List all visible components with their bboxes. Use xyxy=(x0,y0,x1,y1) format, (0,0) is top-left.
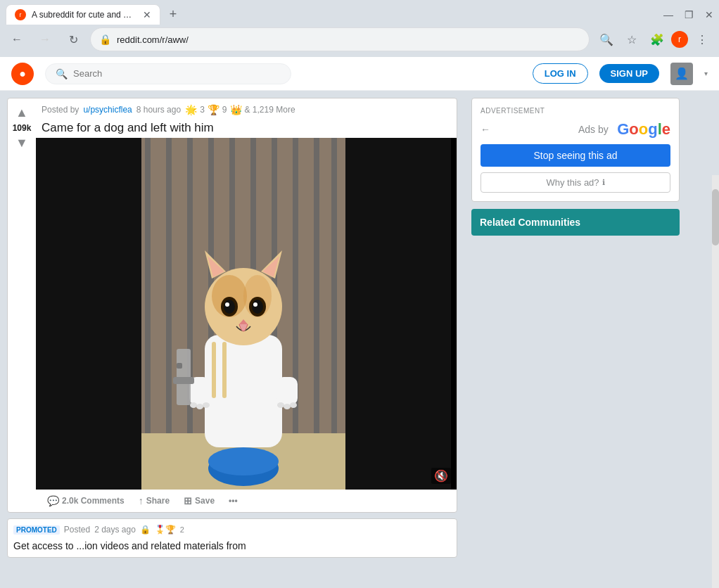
svg-rect-41 xyxy=(173,377,194,384)
maximize-button[interactable]: ❐ xyxy=(685,9,694,20)
user-button[interactable]: 👤 xyxy=(670,63,693,85)
bookmark-button[interactable]: ☆ xyxy=(621,28,643,51)
svg-point-35 xyxy=(196,404,203,409)
svg-rect-16 xyxy=(212,342,216,398)
browser-actions: 🔍 ☆ 🧩 r ⋮ xyxy=(595,28,713,51)
related-communities-header: Related Communities xyxy=(471,209,680,236)
browser-title-bar: r A subreddit for cute and cuddly ✕ + — … xyxy=(0,0,719,25)
post-actions: 💬 2.0k Comments ↑ Share ⊞ Save ••• xyxy=(36,490,457,512)
svg-point-36 xyxy=(203,402,210,408)
promoted-title: Get access to ...ion videos and related … xyxy=(8,537,457,557)
post-wrapper: ▲ 109k ▼ Posted by u/psychicflea 8 hours… xyxy=(8,98,457,512)
ad-back-button[interactable]: ← xyxy=(481,124,490,135)
main-layout: ▲ 109k ▼ Posted by u/psychicflea 8 hours… xyxy=(0,91,719,588)
back-button[interactable]: ← xyxy=(6,28,28,51)
svg-rect-15 xyxy=(205,335,282,447)
svg-point-29 xyxy=(225,302,229,307)
awards: 🌟 3 🏆 9 👑 & 1,219 More xyxy=(185,104,295,115)
reddit-extension-icon[interactable]: r xyxy=(671,31,688,48)
share-button[interactable]: ↑ Share xyxy=(133,492,175,509)
share-icon: ↑ xyxy=(139,495,144,506)
why-ad-label: Why this ad? xyxy=(546,177,599,188)
save-icon: ⊞ xyxy=(184,495,192,506)
promoted-card: PROMOTED Posted 2 days ago 🔒 🎖️🏆 2 Get a… xyxy=(7,518,457,558)
upvote-button[interactable]: ▲ xyxy=(14,104,30,122)
svg-point-37 xyxy=(277,402,284,408)
promoted-awards: 🎖️🏆 xyxy=(155,525,176,535)
sidebar: ADVERTISEMENT ← Ads by Google Stop seein… xyxy=(464,91,687,588)
save-label: Save xyxy=(195,496,215,506)
save-button[interactable]: ⊞ Save xyxy=(178,492,220,509)
tab-close-button[interactable]: ✕ xyxy=(143,9,151,20)
more-button[interactable]: ••• xyxy=(223,493,243,509)
vote-section: ▲ 109k ▼ xyxy=(8,98,36,512)
extensions-button[interactable]: 🧩 xyxy=(646,28,668,51)
vote-count: 109k xyxy=(13,123,32,133)
downvote-button[interactable]: ▼ xyxy=(14,134,30,152)
search-input[interactable] xyxy=(73,68,281,79)
post-title: Came for a dog and left with him xyxy=(36,118,457,138)
post-header: Posted by u/psychicflea 8 hours ago 🌟 3 … xyxy=(36,98,457,118)
ad-header: ← Ads by Google xyxy=(481,120,670,139)
refresh-button[interactable]: ↻ xyxy=(62,28,84,51)
svg-point-39 xyxy=(290,402,297,408)
browser-address-bar: ← → ↻ 🔒 reddit.com/r/aww/ 🔍 ☆ 🧩 r ⋮ xyxy=(0,25,719,57)
svg-rect-42 xyxy=(177,363,182,369)
award-1: 🌟 xyxy=(185,104,197,115)
related-communities-panel: Related Communities xyxy=(471,209,680,236)
promoted-award-lock: 🔒 xyxy=(140,525,151,535)
address-bar[interactable]: 🔒 reddit.com/r/aww/ xyxy=(90,27,590,51)
advertisement-label: ADVERTISEMENT xyxy=(481,107,670,115)
promoted-time: 2 days ago xyxy=(94,525,136,535)
new-tab-button[interactable]: + xyxy=(163,5,183,25)
svg-point-30 xyxy=(253,302,257,307)
time-ago: 8 hours ago xyxy=(136,105,181,115)
ad-panel: ADVERTISEMENT ← Ads by Google Stop seein… xyxy=(471,98,680,202)
search-icon: 🔍 xyxy=(56,68,68,79)
signup-button[interactable]: SIGN UP xyxy=(599,64,659,83)
svg-point-27 xyxy=(224,300,235,314)
svg-point-34 xyxy=(190,402,197,408)
login-button[interactable]: LOG IN xyxy=(533,63,588,84)
search-box[interactable]: 🔍 xyxy=(45,63,291,84)
forward-button[interactable]: → xyxy=(34,28,56,51)
why-this-ad-button[interactable]: Why this ad? ℹ xyxy=(481,172,670,193)
comments-button[interactable]: 💬 2.0k Comments xyxy=(42,492,130,509)
reddit-header: ● 🔍 LOG IN SIGN UP 👤 ▾ xyxy=(0,57,719,91)
svg-rect-17 xyxy=(222,342,227,398)
scrollbar[interactable] xyxy=(712,175,719,588)
promoted-posted-by: Posted xyxy=(64,525,90,535)
minimize-button[interactable]: — xyxy=(663,9,673,20)
promoted-count: 2 xyxy=(180,525,184,534)
svg-point-38 xyxy=(284,404,291,409)
promoted-header: PROMOTED Posted 2 days ago 🔒 🎖️🏆 2 xyxy=(8,519,457,537)
more-label: ••• xyxy=(229,496,238,506)
stop-seeing-ad-button[interactable]: Stop seeing this ad xyxy=(481,144,670,167)
browser-chrome: r A subreddit for cute and cuddly ✕ + — … xyxy=(0,0,719,57)
scrollbar-thumb[interactable] xyxy=(712,189,719,245)
username[interactable]: u/psychicflea xyxy=(83,105,132,115)
browser-tab[interactable]: r A subreddit for cute and cuddly ✕ xyxy=(6,4,160,25)
award-1-count: 3 xyxy=(200,105,205,115)
reddit-logo[interactable]: ● xyxy=(11,63,34,85)
search-browser-button[interactable]: 🔍 xyxy=(595,28,618,51)
share-label: Share xyxy=(146,496,170,506)
lock-icon: 🔒 xyxy=(99,34,111,45)
post-area: ▲ 109k ▼ Posted by u/psychicflea 8 hours… xyxy=(0,91,464,588)
comments-icon: 💬 xyxy=(47,495,59,506)
window-controls: — ❐ ✕ xyxy=(663,9,713,20)
svg-point-14 xyxy=(208,447,279,475)
volume-icon[interactable]: 🔇 xyxy=(431,468,451,484)
related-communities-title: Related Communities xyxy=(480,217,580,228)
google-brand: Google xyxy=(617,120,670,139)
reddit-tab-icon: r xyxy=(15,9,26,20)
posted-by-label: Posted by xyxy=(42,105,79,115)
user-dropdown-arrow[interactable]: ▾ xyxy=(704,70,708,77)
info-icon: ℹ xyxy=(602,178,605,187)
more-awards: & 1,219 More xyxy=(245,105,295,115)
svg-rect-33 xyxy=(276,377,298,405)
close-button[interactable]: ✕ xyxy=(705,9,713,20)
menu-button[interactable]: ⋮ xyxy=(691,28,713,51)
post-card: ▲ 109k ▼ Posted by u/psychicflea 8 hours… xyxy=(7,98,457,513)
post-content: Posted by u/psychicflea 8 hours ago 🌟 3 … xyxy=(36,98,457,512)
